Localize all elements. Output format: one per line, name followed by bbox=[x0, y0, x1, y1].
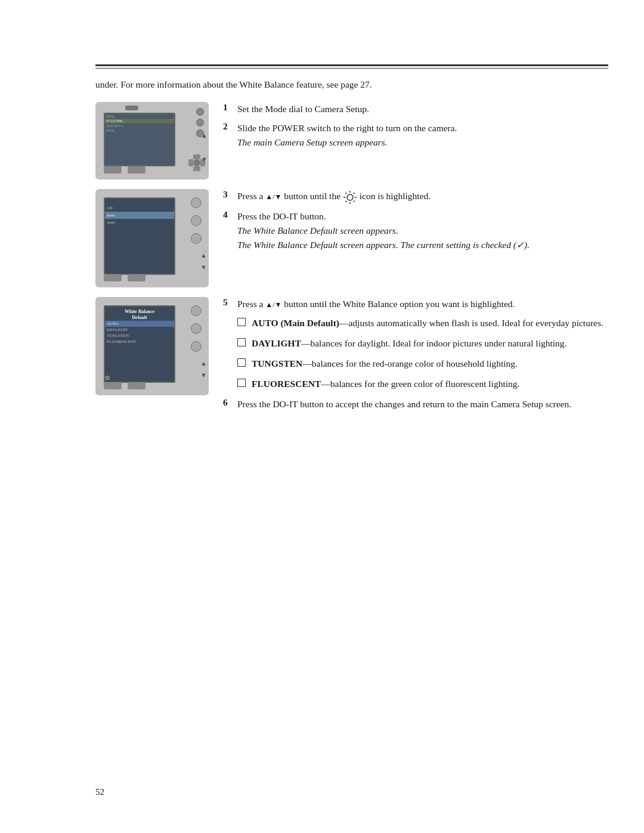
cam2-circle-btn-mid bbox=[191, 215, 202, 226]
page: under. For more information about the Wh… bbox=[0, 0, 644, 833]
camera-2-screen: Off Auto Auto bbox=[104, 197, 175, 275]
svg-line-5 bbox=[345, 193, 346, 194]
bullet-tungsten-text: TUNGSTEN—balances for the red-orange col… bbox=[252, 357, 518, 371]
cam1-btn-2 bbox=[196, 119, 204, 126]
step-3: 3 Press a ▲/▼ button until the bbox=[223, 189, 608, 204]
step-4: 4 Press the DO-IT button. The White Bala… bbox=[223, 209, 608, 252]
cam3-circle-btn-mid bbox=[191, 323, 202, 334]
step5-updown-icon: ▲/▼ bbox=[265, 301, 281, 309]
cam1-row-3: NTSC bbox=[105, 128, 174, 133]
dpad-center bbox=[193, 159, 200, 166]
step-5-number: 5 bbox=[223, 297, 237, 311]
bullet-daylight: DAYLIGHT—balances for daylight. Ideal fo… bbox=[237, 336, 608, 351]
step-2: 2 Slide the POWER switch to the right to… bbox=[223, 121, 608, 150]
camera-1-screen: Menu 07/22/1999... Selected Go NTSC bbox=[104, 113, 175, 166]
bullet-daylight-text: DAYLIGHT—balances for daylight. Ideal fo… bbox=[252, 336, 566, 351]
cam1-menu-label: Menu bbox=[105, 114, 174, 119]
steps-3-4-text: 3 Press a ▲/▼ button until the bbox=[223, 189, 608, 287]
camera-image-3: White BalanceDefault AUTO DAYLIGHT TUNGS… bbox=[95, 297, 209, 395]
camera-3-illustration: White BalanceDefault AUTO DAYLIGHT TUNGS… bbox=[95, 297, 209, 395]
cam2-arrow-down-icon: ▼ bbox=[200, 264, 207, 271]
steps-1-2-text: 1 Set the Mode dial to Camera Setup. 2 S… bbox=[223, 102, 608, 179]
cam1-btn-1 bbox=[196, 108, 204, 116]
camera-image-2: Off Auto Auto ▲ ▼ bbox=[95, 189, 209, 287]
cam3-sun-icon: ✿ bbox=[105, 374, 110, 381]
cam2-arrow-up-icon: ▲ bbox=[200, 252, 207, 259]
bullet-auto: AUTO (Main Default)—adjusts automaticall… bbox=[237, 316, 608, 330]
cam3-screen-title: White BalanceDefault bbox=[105, 306, 174, 321]
step-2-content: Slide the POWER switch to the right to t… bbox=[237, 121, 457, 150]
dpad-down bbox=[193, 166, 200, 171]
cam1-row-2: Selected Go bbox=[105, 123, 174, 128]
cam2-circle-btn-low bbox=[191, 233, 202, 244]
cam1-top-detail bbox=[125, 106, 138, 110]
step-4-number: 4 bbox=[223, 209, 237, 252]
top-decoration bbox=[95, 64, 608, 70]
bullet-fluorescent-text: FLUORESCENT—balances for the green color… bbox=[252, 377, 519, 391]
camera-1-illustration: Menu 07/22/1999... Selected Go NTSC bbox=[95, 102, 209, 179]
cam2-row-auto2: Auto bbox=[105, 219, 174, 226]
updown-arrow-icon: ▲/▼ bbox=[265, 191, 281, 203]
cam2-bottom-btn-l bbox=[104, 274, 122, 281]
step-4-italic: The White Balance Default screen appears… bbox=[237, 225, 530, 250]
cam3-circle-btn-top bbox=[191, 305, 202, 316]
step-2-number: 2 bbox=[223, 121, 237, 150]
step-1-content: Set the Mode dial to Camera Setup. bbox=[237, 102, 369, 116]
step-4-content: Press the DO-IT button. The White Balanc… bbox=[237, 209, 530, 252]
step-1-number: 1 bbox=[223, 102, 237, 116]
step-6: 6 Press the DO-IT button to accept the c… bbox=[223, 397, 608, 411]
step-3-number: 3 bbox=[223, 189, 237, 204]
bullet-auto-text: AUTO (Main Default)—adjusts automaticall… bbox=[252, 316, 603, 330]
checkbox-tungsten bbox=[237, 358, 246, 367]
cam3-bottom-btn-r bbox=[128, 382, 145, 389]
steps-5-6-bullets-text: 5 Press a ▲/▼ button until the White Bal… bbox=[223, 297, 608, 416]
main-content: under. For more information about the Wh… bbox=[95, 78, 608, 426]
checkbox-auto bbox=[237, 318, 246, 326]
svg-line-6 bbox=[354, 200, 355, 202]
cam1-arrow-down-icon: ▼ bbox=[201, 156, 208, 163]
cam2-circle-btn-top bbox=[191, 197, 202, 208]
cam3-arrow-down-icon: ▼ bbox=[200, 371, 207, 379]
svg-point-0 bbox=[347, 194, 353, 200]
svg-line-7 bbox=[354, 193, 355, 194]
svg-line-8 bbox=[345, 200, 346, 202]
cam1-row-1: 07/22/1999... bbox=[105, 119, 174, 123]
camera-image-1: Menu 07/22/1999... Selected Go NTSC bbox=[95, 102, 209, 179]
step-group-2: Off Auto Auto ▲ ▼ bbox=[95, 189, 608, 287]
cam3-bottom-btn-l bbox=[104, 382, 122, 389]
step-1: 1 Set the Mode dial to Camera Setup. bbox=[223, 102, 608, 116]
cam3-row-tungsten: TUNGSTEN bbox=[105, 333, 174, 339]
step-5: 5 Press a ▲/▼ button until the White Bal… bbox=[223, 297, 608, 311]
step-group-1: Menu 07/22/1999... Selected Go NTSC bbox=[95, 102, 608, 179]
bullet-fluorescent: FLUORESCENT—balances for the green color… bbox=[237, 377, 608, 391]
cam1-bottom-btn-r bbox=[128, 166, 145, 174]
step-2-italic: The main Camera Setup screen appears. bbox=[237, 137, 388, 147]
sun-icon bbox=[343, 190, 357, 205]
bullet-tungsten: TUNGSTEN—balances for the red-orange col… bbox=[237, 357, 608, 371]
camera-3-screen: White BalanceDefault AUTO DAYLIGHT TUNGS… bbox=[104, 305, 175, 383]
step-5-content: Press a ▲/▼ button until the White Balan… bbox=[237, 297, 515, 311]
cam2-row-off: Off bbox=[105, 205, 174, 212]
cam1-arrow-up-icon: ▲ bbox=[201, 132, 208, 139]
step-3-content: Press a ▲/▼ button until the bbox=[237, 189, 431, 204]
dpad-left bbox=[188, 159, 193, 166]
step-6-content: Press the DO-IT button to accept the cha… bbox=[237, 397, 571, 411]
cam2-bottom-btn-r bbox=[128, 274, 145, 281]
checkbox-daylight bbox=[237, 338, 246, 346]
cam3-circle-btn-low bbox=[191, 341, 202, 352]
step-6-number: 6 bbox=[223, 397, 237, 411]
dpad-up bbox=[193, 154, 200, 159]
cam3-row-fluorescent: FLUORESCENT bbox=[105, 339, 174, 345]
bullets-list: AUTO (Main Default)—adjusts automaticall… bbox=[237, 316, 608, 391]
cam3-arrow-up-icon: ▲ bbox=[200, 360, 207, 367]
camera-2-illustration: Off Auto Auto ▲ ▼ bbox=[95, 189, 209, 287]
checkbox-fluorescent bbox=[237, 379, 246, 387]
cam3-row-daylight: DAYLIGHT bbox=[105, 327, 174, 333]
cam3-row-auto: AUTO bbox=[105, 321, 174, 327]
page-number: 52 bbox=[95, 787, 104, 797]
cam1-bottom-btn-l bbox=[104, 166, 122, 174]
step-group-3: White BalanceDefault AUTO DAYLIGHT TUNGS… bbox=[95, 297, 608, 416]
cam2-row-auto1: Auto bbox=[105, 212, 174, 219]
intro-text: under. For more information about the Wh… bbox=[95, 78, 608, 91]
